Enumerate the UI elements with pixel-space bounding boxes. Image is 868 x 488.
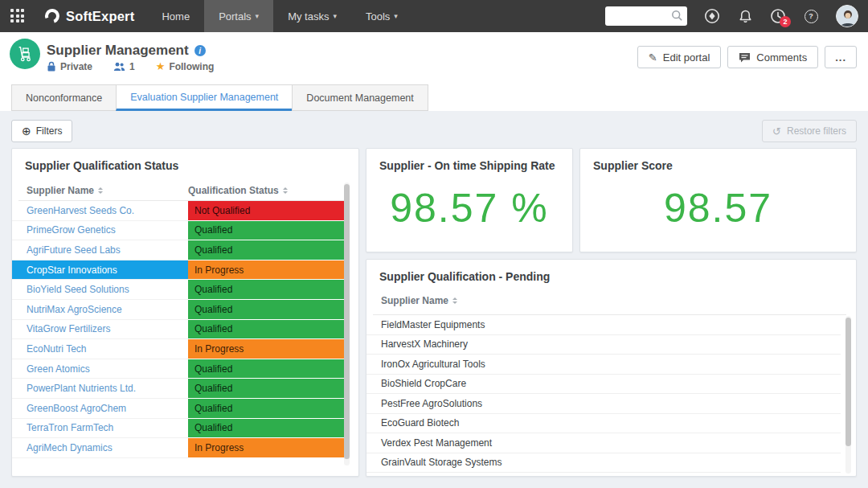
star-icon: ★ <box>156 60 166 72</box>
comment-bubble-icon <box>739 52 751 63</box>
pending-supplier-row: GrainVault Storage Systems <box>366 453 841 474</box>
page-title: Supplier Management <box>47 43 189 59</box>
edit-portal-button[interactable]: ✎ Edit portal <box>637 46 721 68</box>
caret-down-icon: ▾ <box>256 12 260 20</box>
pending-supplier-row: PestFree AgroSolutions <box>366 394 841 414</box>
supplier-name-link[interactable]: BioYield Seed Solutions <box>12 280 188 300</box>
qualification-row: NutriMax AgroScienceQualified <box>12 300 344 320</box>
tab-evaluation-supplier-management[interactable]: Evaluation Supplier Management <box>116 84 293 111</box>
qualification-row: GreenHarvest Seeds Co.Not Qualified <box>12 201 344 221</box>
card-title: Supplier Qualification - Pending <box>366 260 856 283</box>
qualification-row: EcoNutri TechIn Progress <box>12 339 344 359</box>
people-icon <box>113 62 125 72</box>
nav-item-portals[interactable]: Portals▾ <box>204 0 273 32</box>
help-icon[interactable]: ? <box>803 8 819 24</box>
qualification-row: GreenBoost AgroChemQualified <box>12 399 344 419</box>
search-icon[interactable] <box>671 10 683 22</box>
nav-item-label: Home <box>162 10 190 23</box>
supplier-name-link[interactable]: AgriMech Dynamics <box>12 438 188 458</box>
portal-header: Supplier Management i Private 1 <box>0 32 868 111</box>
card-title: Supplier - On time Shipping Rate <box>366 149 572 172</box>
following-toggle[interactable]: ★ Following <box>156 60 215 72</box>
supplier-score-value: 98.57 <box>580 172 856 252</box>
pending-supplier-row: HarvestX Machinery <box>366 335 841 355</box>
comments-button[interactable]: Comments <box>727 46 818 68</box>
supplier-handtruck-icon <box>10 39 40 69</box>
supplier-name-link[interactable]: AgriFuture Seed Labs <box>12 240 188 260</box>
nav-item-label: Portals <box>219 10 251 23</box>
scrollbar-thumb[interactable] <box>845 318 851 446</box>
qualification-row: PrimeGrow GeneticsQualified <box>12 221 344 241</box>
qualification-status-cell: In Progress <box>188 438 344 458</box>
supplier-name-link[interactable]: GreenHarvest Seeds Co. <box>12 201 188 221</box>
supplier-name-link[interactable]: GreenBoost AgroChem <box>12 399 188 419</box>
brand-name: SoftExpert <box>66 9 134 24</box>
supplier-name-link[interactable]: NutriMax AgroScience <box>12 300 188 320</box>
nav-item-label: My tasks <box>288 10 329 23</box>
supplier-name-link[interactable]: VitaGrow Fertilizers <box>12 320 188 340</box>
qualification-row: PowerPlant Nutrients Ltd.Qualified <box>12 379 344 399</box>
plus-circle-icon: ⊕ <box>22 125 31 137</box>
qualification-status-cell: Qualified <box>188 379 344 399</box>
qualification-status-cell: Qualified <box>188 280 344 300</box>
supplier-name-link[interactable]: PowerPlant Nutrients Ltd. <box>12 379 188 399</box>
portal-tabs: NonconformanceEvaluation Supplier Manage… <box>11 84 428 111</box>
app-launcher-icon[interactable] <box>10 9 25 23</box>
qualification-row: BioYield Seed SolutionsQualified <box>12 280 344 300</box>
column-header-supplier-name[interactable]: Supplier Name <box>12 185 188 196</box>
column-header-supplier-name[interactable]: Supplier Name <box>381 295 457 306</box>
sort-icon <box>452 297 457 304</box>
qualification-scrollbar <box>344 182 350 465</box>
notifications-bell-icon[interactable] <box>737 8 753 24</box>
nav-item-tools[interactable]: Tools▾ <box>351 0 412 32</box>
supplier-name-link[interactable]: PrimeGrow Genetics <box>12 221 188 241</box>
tab-document-management[interactable]: Document Management <box>292 84 428 111</box>
qualification-row: AgriFuture Seed LabsQualified <box>12 240 344 260</box>
qualification-status-cell: Qualified <box>188 359 344 379</box>
main-menu: HomePortals▾My tasks▾Tools▾ <box>147 0 411 32</box>
qualification-row: Green AtomicsQualified <box>12 359 344 379</box>
supplier-score-card: Supplier Score 98.57 <box>579 148 857 252</box>
restore-filters-button[interactable]: ↺ Restore filters <box>762 120 857 142</box>
sort-icon <box>283 187 288 194</box>
qualification-status-cell: Qualified <box>188 240 344 260</box>
qualification-status-cell: Qualified <box>188 300 344 320</box>
qualification-row: VitaGrow FertilizersQualified <box>12 320 344 340</box>
info-icon[interactable]: i <box>194 45 206 56</box>
pending-supplier-row: BioShield CropCare <box>366 375 841 395</box>
qualification-status-cell: In Progress <box>188 339 344 359</box>
user-avatar[interactable] <box>836 5 858 27</box>
shipping-rate-value: 98.57 % <box>366 172 572 252</box>
nav-item-my-tasks[interactable]: My tasks▾ <box>273 0 351 32</box>
nav-item-home[interactable]: Home <box>147 0 204 32</box>
pending-supplier-row: Verdex Pest Management <box>366 433 841 453</box>
pending-rows: FieldMaster EquipmentsHarvestX Machinery… <box>366 315 841 473</box>
qualification-status-cell: Qualified <box>188 320 344 340</box>
qualification-row: AgriMech DynamicsIn Progress <box>12 438 344 458</box>
caret-down-icon: ▾ <box>333 12 337 20</box>
pending-supplier-row: FieldMaster Equipments <box>366 315 841 335</box>
column-header-qualification-status[interactable]: Qualification Status <box>188 185 344 196</box>
qualification-status-cell: In Progress <box>188 260 344 281</box>
more-actions-button[interactable]: ... <box>825 46 857 68</box>
supplier-name-link[interactable]: Green Atomics <box>12 359 188 379</box>
supplier-name-link[interactable]: TerraTron FarmTech <box>12 419 188 439</box>
lock-icon <box>47 61 56 72</box>
pending-supplier-row: IronOx Agricultural Tools <box>366 355 841 375</box>
pending-supplier-row: EcoGuard Biotech <box>366 414 841 434</box>
qualification-row: CropStar InnovationsIn Progress <box>12 260 344 281</box>
softexpert-logo[interactable]: SoftExpert <box>44 8 134 24</box>
tab-nonconformance[interactable]: Nonconformance <box>11 84 117 111</box>
supplier-management-page: SoftExpert HomePortals▾My tasks▾Tools▾ <box>0 0 868 488</box>
softexpert-logo-icon <box>44 8 60 24</box>
explore-icon[interactable] <box>704 8 720 24</box>
search-box <box>605 6 687 26</box>
notification-badge: 2 <box>780 16 791 27</box>
scrollbar-thumb[interactable] <box>344 184 350 459</box>
supplier-name-link[interactable]: CropStar Innovations <box>12 260 188 281</box>
privacy-indicator: Private <box>47 61 92 72</box>
supplier-name-link[interactable]: EcoNutri Tech <box>12 339 188 359</box>
on-time-shipping-rate-card: Supplier - On time Shipping Rate 98.57 % <box>366 148 573 252</box>
pending-activities-icon[interactable]: 2 <box>770 8 786 24</box>
filters-button[interactable]: ⊕ Filters <box>11 120 72 142</box>
